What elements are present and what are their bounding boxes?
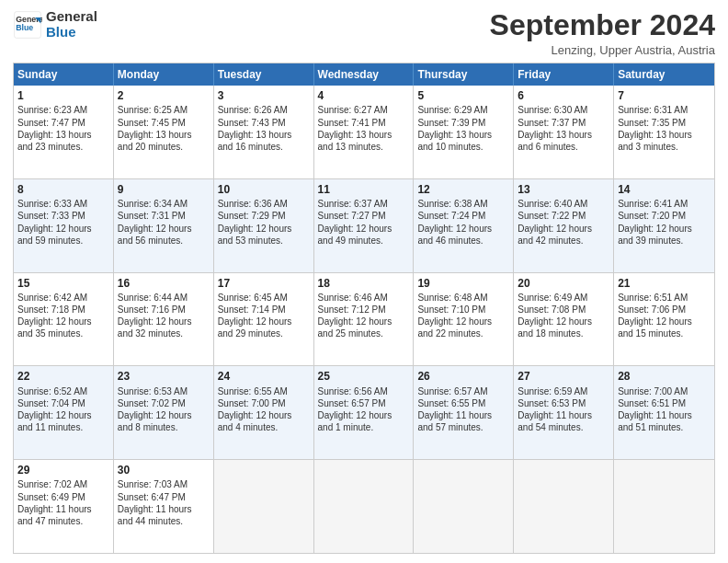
day-cell-26: 26Sunrise: 6:57 AM Sunset: 6:55 PM Dayli… [414,366,514,459]
day-info: Sunrise: 6:59 AM Sunset: 6:53 PM Dayligh… [518,385,609,434]
day-cell-19: 19Sunrise: 6:48 AM Sunset: 7:10 PM Dayli… [414,273,514,366]
day-cell-14: 14Sunrise: 6:41 AM Sunset: 7:20 PM Dayli… [614,179,714,272]
day-cell-29: 29Sunrise: 7:02 AM Sunset: 6:49 PM Dayli… [14,460,114,553]
day-info: Sunrise: 6:31 AM Sunset: 7:35 PM Dayligh… [618,104,711,153]
day-number: 26 [417,369,509,384]
day-cell-30: 30Sunrise: 7:03 AM Sunset: 6:47 PM Dayli… [114,460,214,553]
empty-cell [314,460,415,553]
day-info: Sunrise: 6:25 AM Sunset: 7:45 PM Dayligh… [118,104,210,153]
day-info: Sunrise: 6:48 AM Sunset: 7:10 PM Dayligh… [417,292,509,340]
day-number: 14 [618,182,711,197]
weekday-header-thursday: Thursday [414,63,514,86]
day-info: Sunrise: 6:33 AM Sunset: 7:33 PM Dayligh… [17,198,109,247]
day-cell-7: 7Sunrise: 6:31 AM Sunset: 7:35 PM Daylig… [614,86,714,178]
day-info: Sunrise: 6:34 AM Sunset: 7:31 PM Dayligh… [118,198,210,247]
day-info: Sunrise: 6:55 AM Sunset: 7:00 PM Dayligh… [218,385,310,434]
day-number: 5 [417,88,509,103]
day-cell-10: 10Sunrise: 6:36 AM Sunset: 7:29 PM Dayli… [214,179,314,272]
empty-cell [214,460,314,553]
day-cell-13: 13Sunrise: 6:40 AM Sunset: 7:22 PM Dayli… [514,179,614,272]
day-info: Sunrise: 6:53 AM Sunset: 7:02 PM Dayligh… [118,385,210,434]
empty-cell [514,460,614,553]
day-cell-12: 12Sunrise: 6:38 AM Sunset: 7:24 PM Dayli… [414,179,514,272]
weekday-header-sunday: Sunday [14,63,114,86]
day-info: Sunrise: 6:51 AM Sunset: 7:06 PM Dayligh… [618,292,711,340]
calendar-row-5: 29Sunrise: 7:02 AM Sunset: 6:49 PM Dayli… [14,459,714,553]
day-number: 15 [17,276,109,291]
svg-text:Blue: Blue [16,23,33,32]
day-number: 29 [17,463,109,477]
day-number: 18 [318,276,410,291]
day-info: Sunrise: 6:23 AM Sunset: 7:47 PM Dayligh… [17,104,109,153]
day-info: Sunrise: 6:52 AM Sunset: 7:04 PM Dayligh… [17,385,109,434]
day-info: Sunrise: 6:46 AM Sunset: 7:12 PM Dayligh… [318,292,410,340]
title-block: September 2024 Lenzing, Upper Austria, A… [490,9,715,57]
day-info: Sunrise: 6:30 AM Sunset: 7:37 PM Dayligh… [518,104,609,153]
empty-cell [614,460,714,553]
day-number: 11 [318,182,410,197]
day-number: 3 [218,88,310,103]
day-info: Sunrise: 6:45 AM Sunset: 7:14 PM Dayligh… [218,292,310,340]
day-number: 12 [417,182,509,197]
day-cell-15: 15Sunrise: 6:42 AM Sunset: 7:18 PM Dayli… [14,273,114,366]
day-info: Sunrise: 7:03 AM Sunset: 6:47 PM Dayligh… [118,478,210,527]
weekday-header-tuesday: Tuesday [214,63,314,86]
day-cell-2: 2Sunrise: 6:25 AM Sunset: 7:45 PM Daylig… [114,86,214,178]
day-info: Sunrise: 6:38 AM Sunset: 7:24 PM Dayligh… [417,198,509,247]
day-info: Sunrise: 6:40 AM Sunset: 7:22 PM Dayligh… [518,198,609,247]
empty-cell [414,460,514,553]
day-info: Sunrise: 6:37 AM Sunset: 7:27 PM Dayligh… [318,198,410,247]
day-number: 17 [218,276,310,291]
day-cell-17: 17Sunrise: 6:45 AM Sunset: 7:14 PM Dayli… [214,273,314,366]
day-number: 1 [17,88,109,103]
day-cell-11: 11Sunrise: 6:37 AM Sunset: 7:27 PM Dayli… [314,179,415,272]
calendar-row-1: 1Sunrise: 6:23 AM Sunset: 7:47 PM Daylig… [14,86,714,178]
weekday-header-wednesday: Wednesday [314,63,415,86]
day-info: Sunrise: 6:36 AM Sunset: 7:29 PM Dayligh… [218,198,310,247]
weekday-header-friday: Friday [514,63,614,86]
day-cell-27: 27Sunrise: 6:59 AM Sunset: 6:53 PM Dayli… [514,366,614,459]
day-number: 27 [518,369,609,384]
day-number: 25 [318,369,410,384]
calendar-row-2: 8Sunrise: 6:33 AM Sunset: 7:33 PM Daylig… [14,178,714,272]
day-cell-20: 20Sunrise: 6:49 AM Sunset: 7:08 PM Dayli… [514,273,614,366]
day-info: Sunrise: 6:44 AM Sunset: 7:16 PM Dayligh… [118,292,210,340]
day-number: 20 [518,276,609,291]
logo-blue: Blue [46,25,97,40]
day-number: 6 [518,88,609,103]
day-info: Sunrise: 6:42 AM Sunset: 7:18 PM Dayligh… [17,292,109,340]
day-number: 2 [118,88,210,103]
day-cell-24: 24Sunrise: 6:55 AM Sunset: 7:00 PM Dayli… [214,366,314,459]
calendar-body: 1Sunrise: 6:23 AM Sunset: 7:47 PM Daylig… [14,86,714,553]
day-cell-4: 4Sunrise: 6:27 AM Sunset: 7:41 PM Daylig… [314,86,415,178]
weekday-header-monday: Monday [114,63,214,86]
day-cell-21: 21Sunrise: 6:51 AM Sunset: 7:06 PM Dayli… [614,273,714,366]
header: General Blue General Blue September 2024… [13,9,715,57]
day-cell-28: 28Sunrise: 7:00 AM Sunset: 6:51 PM Dayli… [614,366,714,459]
day-number: 7 [618,88,711,103]
day-number: 13 [518,182,609,197]
day-cell-5: 5Sunrise: 6:29 AM Sunset: 7:39 PM Daylig… [414,86,514,178]
calendar-row-4: 22Sunrise: 6:52 AM Sunset: 7:04 PM Dayli… [14,365,714,459]
day-number: 24 [218,369,310,384]
weekday-header-saturday: Saturday [614,63,714,86]
day-number: 9 [118,182,210,197]
day-cell-16: 16Sunrise: 6:44 AM Sunset: 7:16 PM Dayli… [114,273,214,366]
calendar-header: SundayMondayTuesdayWednesdayThursdayFrid… [14,63,714,86]
day-number: 16 [118,276,210,291]
location-title: Lenzing, Upper Austria, Austria [490,43,715,57]
day-cell-22: 22Sunrise: 6:52 AM Sunset: 7:04 PM Dayli… [14,366,114,459]
day-info: Sunrise: 7:00 AM Sunset: 6:51 PM Dayligh… [618,385,711,434]
calendar: SundayMondayTuesdayWednesdayThursdayFrid… [13,63,715,554]
day-number: 19 [417,276,509,291]
day-cell-23: 23Sunrise: 6:53 AM Sunset: 7:02 PM Dayli… [114,366,214,459]
day-number: 10 [218,182,310,197]
day-number: 22 [17,369,109,384]
logo-icon: General Blue [13,10,42,40]
day-cell-6: 6Sunrise: 6:30 AM Sunset: 7:37 PM Daylig… [514,86,614,178]
day-number: 8 [17,182,109,197]
day-cell-3: 3Sunrise: 6:26 AM Sunset: 7:43 PM Daylig… [214,86,314,178]
day-info: Sunrise: 7:02 AM Sunset: 6:49 PM Dayligh… [17,478,109,527]
logo-general: General [46,9,97,25]
day-cell-25: 25Sunrise: 6:56 AM Sunset: 6:57 PM Dayli… [314,366,415,459]
